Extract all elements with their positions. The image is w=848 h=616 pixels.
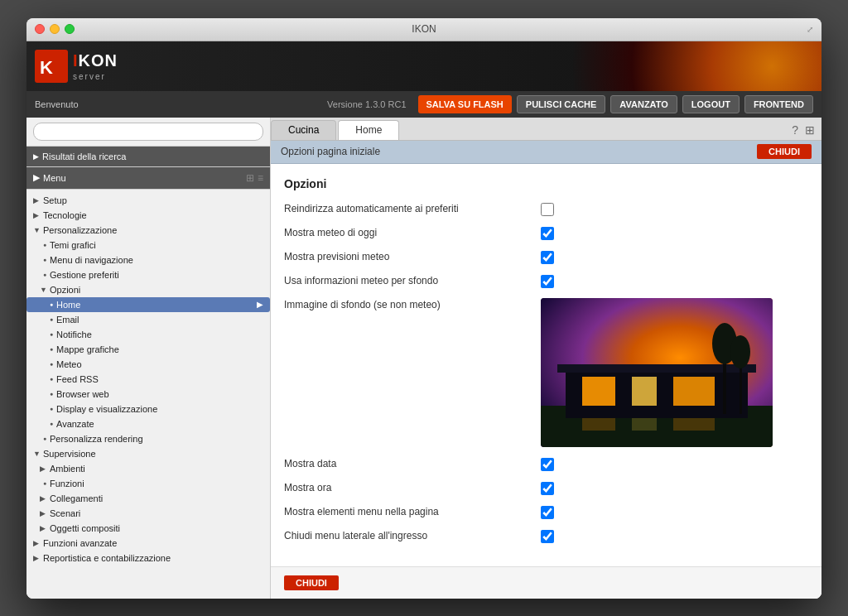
menu-label: Menu xyxy=(43,173,66,183)
option-label-ora: Mostra ora xyxy=(284,481,532,495)
sidebar-item-supervisione[interactable]: ▼ Supervisione xyxy=(26,446,270,461)
feed-label: Feed RSS xyxy=(56,374,263,384)
sidebar-search-area xyxy=(26,118,270,147)
supervisione-arrow-icon: ▼ xyxy=(33,450,43,458)
sidebar-item-notifiche[interactable]: Notifiche xyxy=(26,327,270,342)
sidebar-item-tecnologie[interactable]: ▶ Tecnologie xyxy=(26,208,270,223)
tecnologie-label: Tecnologie xyxy=(43,210,263,220)
logo-area: K IKON server xyxy=(35,50,118,83)
supervisione-label: Supervisione xyxy=(43,449,263,459)
sidebar-item-mappe[interactable]: Mappe grafiche xyxy=(26,342,270,357)
sidebar-item-funzioni-avanzate[interactable]: ▶ Funzioni avanzate xyxy=(26,536,270,551)
tab-home[interactable]: Home xyxy=(338,120,399,140)
option-checkbox-reindirizza[interactable] xyxy=(541,203,554,216)
tab-cucina-label: Cucina xyxy=(288,124,319,136)
list-icon[interactable]: ≡ xyxy=(258,172,263,184)
ambienti-label: Ambienti xyxy=(50,464,263,474)
maximize-button[interactable] xyxy=(65,24,75,34)
risultati-header[interactable]: ▶ Risultati della ricerca xyxy=(26,147,270,166)
svg-rect-7 xyxy=(632,377,657,406)
close-button[interactable] xyxy=(35,24,45,34)
home-chevron-icon: ▶ xyxy=(257,300,263,309)
sidebar-item-rendering[interactable]: Personalizza rendering xyxy=(26,431,270,446)
sidebar-item-personalizzazione[interactable]: ▼ Personalizzazione xyxy=(26,223,270,238)
tab-icons: ? ⊞ xyxy=(785,120,822,140)
sidebar-item-ambienti[interactable]: ▶ Ambienti xyxy=(26,461,270,476)
option-checkbox-previsioni[interactable] xyxy=(541,251,554,264)
header-decoration xyxy=(573,41,822,91)
option-label-previsioni: Mostra previsioni meteo xyxy=(284,250,532,264)
oggetti-label: Oggetti compositi xyxy=(50,523,263,533)
options-form: Opzioni Reindirizza automaticamente ai p… xyxy=(271,164,822,566)
sidebar-item-feed[interactable]: Feed RSS xyxy=(26,372,270,387)
tecnologie-arrow-icon: ▶ xyxy=(33,211,43,219)
option-checkbox-chiudi-menu[interactable] xyxy=(541,530,554,543)
sidebar: ▶ Risultati della ricerca ▶ Menu ⊞ ≡ xyxy=(26,118,271,599)
clean-cache-button[interactable]: PULISCI CACHE xyxy=(517,95,606,113)
help-icon[interactable]: ? xyxy=(792,123,798,137)
sidebar-item-avanzate[interactable]: Avanzate xyxy=(26,416,270,431)
funzioni-bullet xyxy=(40,480,50,487)
logo-icon: K xyxy=(35,50,68,83)
scenari-arrow-icon: ▶ xyxy=(40,509,50,517)
rendering-label: Personalizza rendering xyxy=(50,434,263,444)
sidebar-item-funzioni[interactable]: Funzioni xyxy=(26,476,270,491)
avanzato-button[interactable]: AVANZATO xyxy=(610,95,677,113)
logo-text: IKON xyxy=(73,51,118,70)
tab-cucina[interactable]: Cucina xyxy=(271,120,336,140)
save-flash-button[interactable]: SALVA SU FLASH xyxy=(418,95,512,113)
option-row-meteo-oggi: Mostra meteo di oggi xyxy=(284,226,808,240)
rendering-bullet xyxy=(40,436,50,442)
option-row-previsioni: Mostra previsioni meteo xyxy=(284,250,808,264)
option-label-meteo-sfondo: Usa informazioni meteo per sfondo xyxy=(284,274,532,288)
sidebar-item-menu-nav[interactable]: Menu di navigazione xyxy=(26,253,270,267)
sidebar-item-collegamenti[interactable]: ▶ Collegamenti xyxy=(26,491,270,506)
sidebar-item-scenari[interactable]: ▶ Scenari xyxy=(26,506,270,521)
option-label-chiudi-menu: Chiudi menu laterale all'ingresso xyxy=(284,529,532,543)
sidebar-item-temi[interactable]: Temi grafici xyxy=(26,238,270,253)
option-checkbox-ora[interactable] xyxy=(541,482,554,495)
option-row-elementi-menu: Mostra elementi menu nella pagina xyxy=(284,505,808,519)
option-row-data: Mostra data xyxy=(284,457,808,471)
option-label-meteo-oggi: Mostra meteo di oggi xyxy=(284,226,532,240)
grid-view-icon[interactable]: ⊞ xyxy=(805,123,815,137)
svg-rect-15 xyxy=(673,418,715,431)
menu-header[interactable]: ▶ Menu ⊞ ≡ xyxy=(26,167,270,189)
sidebar-item-meteo[interactable]: Meteo xyxy=(26,357,270,372)
option-label-immagine: Immagine di sfondo (se non meteo) xyxy=(284,298,532,312)
sidebar-item-reportistica[interactable]: ▶ Reportistica e contabilizzazione xyxy=(26,551,270,565)
sidebar-item-home[interactable]: Home ▶ xyxy=(26,297,270,312)
reportistica-arrow-icon: ▶ xyxy=(33,554,43,562)
sidebar-item-browser[interactable]: Browser web xyxy=(26,387,270,402)
sidebar-item-display[interactable]: Display e visualizzazione xyxy=(26,402,270,416)
option-row-ora: Mostra ora xyxy=(284,481,808,495)
chiudi-bottom-button[interactable]: CHIUDI xyxy=(284,575,339,590)
grid-icon[interactable]: ⊞ xyxy=(246,172,254,184)
frontend-button[interactable]: FRONTEND xyxy=(744,95,813,113)
notifiche-bullet xyxy=(46,331,56,338)
logout-button[interactable]: LOGOUT xyxy=(682,95,740,113)
sidebar-item-oggetti[interactable]: ▶ Oggetti compositi xyxy=(26,521,270,536)
sidebar-item-email[interactable]: Email xyxy=(26,312,270,327)
toolbar-welcome: Benvenuto xyxy=(35,99,322,109)
feed-bullet xyxy=(46,376,56,383)
content-area: Cucina Home ? ⊞ Opzioni pagina iniziale … xyxy=(271,118,822,599)
minimize-button[interactable] xyxy=(50,24,60,34)
option-checkbox-meteo-sfondo[interactable] xyxy=(541,275,554,288)
option-checkbox-data[interactable] xyxy=(541,458,554,471)
logo-subtext: server xyxy=(73,72,118,81)
avanzate-label: Avanzate xyxy=(56,419,263,429)
meteo-bullet xyxy=(46,361,56,368)
sidebar-item-setup[interactable]: ▶ Setup xyxy=(26,193,270,208)
svg-rect-8 xyxy=(673,377,715,406)
sidebar-item-opzioni[interactable]: ▼ Opzioni xyxy=(26,282,270,297)
option-checkbox-elementi-menu[interactable] xyxy=(541,506,554,519)
browser-bullet xyxy=(46,391,56,397)
chiudi-top-button[interactable]: CHIUDI xyxy=(757,144,812,159)
collegamenti-label: Collegamenti xyxy=(50,493,263,503)
option-checkbox-meteo-oggi[interactable] xyxy=(541,227,554,240)
search-input[interactable] xyxy=(33,123,263,141)
scenari-label: Scenari xyxy=(50,508,263,518)
sidebar-item-gestione[interactable]: Gestione preferiti xyxy=(26,267,270,282)
background-image[interactable] xyxy=(541,298,773,447)
